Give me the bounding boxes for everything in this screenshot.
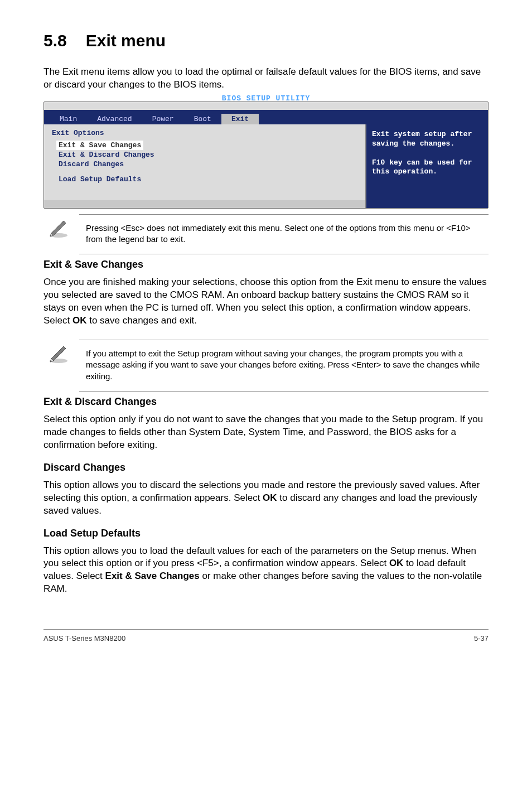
bios-utility-title: BIOS SETUP UTILITY <box>44 94 488 103</box>
bios-help-pane: Exit system setup after saving the chang… <box>365 124 488 208</box>
bios-tab-advanced[interactable]: Advanced <box>87 114 142 124</box>
bios-left-pane: Exit Options Exit & Save Changes Exit & … <box>44 124 365 208</box>
para-load-exit-save: Exit & Save Changes <box>105 571 200 581</box>
intro-paragraph: The Exit menu items allow you to load th… <box>43 66 489 91</box>
note-esc-text: Pressing <Esc> does not immediately exit… <box>80 219 487 249</box>
heading-discard: Discard Changes <box>43 462 489 474</box>
bios-item-exit-save[interactable]: Exit & Save Changes <box>56 141 143 150</box>
section-number: 5.8 <box>43 31 67 50</box>
bios-tab-power[interactable]: Power <box>142 114 184 124</box>
heading-exit-discard: Exit & Discard Changes <box>43 396 489 408</box>
para-discard-ok: OK <box>263 492 277 503</box>
page-footer: ASUS T-Series M3N8200 5-37 <box>43 629 489 642</box>
heading-load-defaults: Load Setup Defaults <box>43 528 489 539</box>
footer-left: ASUS T-Series M3N8200 <box>43 634 125 642</box>
section-title: 5.8Exit menu <box>43 31 489 50</box>
bios-screenshot: BIOS SETUP UTILITY Main Advanced Power B… <box>43 102 489 209</box>
para-load-defaults: This option allows you to load the defau… <box>43 545 489 596</box>
bios-tab-boot[interactable]: Boot <box>184 114 221 124</box>
para-exit-save: Once you are finished making your select… <box>43 276 489 327</box>
para-discard: This option allows you to discard the se… <box>43 479 489 518</box>
section-name: Exit menu <box>86 31 166 50</box>
bios-item-load-defaults[interactable]: Load Setup Defaults <box>56 175 357 184</box>
note-esc: Pressing <Esc> does not immediately exit… <box>43 212 489 257</box>
bios-tab-main[interactable]: Main <box>50 114 87 124</box>
heading-exit-save: Exit & Save Changes <box>43 259 489 270</box>
bios-tab-bar: Main Advanced Power Boot Exit <box>44 110 488 124</box>
footer-right: 5-37 <box>474 634 489 642</box>
para-exit-discard: Select this option only if you do not wa… <box>43 413 489 452</box>
note-exit-without-save-text: If you attempt to exit the Setup program… <box>80 345 487 385</box>
para-load-ok: OK <box>389 558 404 568</box>
para-exit-save-ok: OK <box>72 315 87 326</box>
bios-options-heading: Exit Options <box>52 129 357 137</box>
bios-item-discard[interactable]: Discard Changes <box>56 160 357 169</box>
bios-item-exit-discard[interactable]: Exit & Discard Changes <box>56 150 357 160</box>
bios-tab-exit[interactable]: Exit <box>221 114 259 124</box>
pencil-note-icon <box>43 214 74 240</box>
note-exit-without-save: If you attempt to exit the Setup program… <box>43 337 489 394</box>
pencil-note-icon <box>43 340 74 365</box>
para-exit-save-post: to save changes and exit. <box>86 315 197 326</box>
